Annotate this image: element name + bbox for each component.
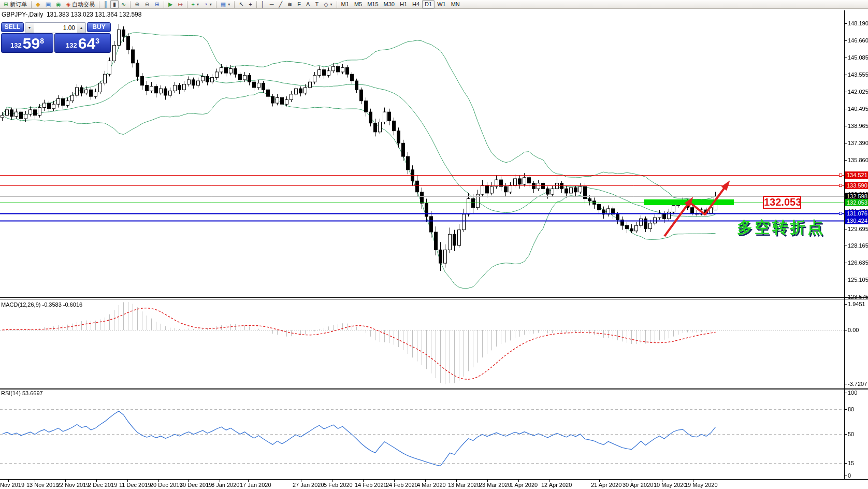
timeframe-w1[interactable]: W1 <box>435 0 449 9</box>
rsi-axis-tick: 15 <box>848 460 854 466</box>
signals-button[interactable]: ◉ <box>53 0 64 9</box>
publish-button[interactable]: ◆ <box>33 0 42 9</box>
price-axis-tick: 145.085 <box>848 54 868 61</box>
chart-symbol-period: GBPJPY-,Daily <box>2 11 43 18</box>
date-axis-label: 22 Nov 2019 <box>57 482 89 488</box>
templates-icon: ▦ <box>221 1 226 8</box>
auto-scroll-button[interactable]: ▶ <box>166 0 175 9</box>
signals-icon: ◉ <box>56 1 61 8</box>
date-axis-label: 12 Apr 2020 <box>541 482 572 488</box>
date-axis-label: 17 Jan 2020 <box>240 482 271 488</box>
bar-chart-button[interactable]: ║ <box>101 0 110 9</box>
chart-title: GBPJPY-,Daily 131.383 133.023 131.364 13… <box>2 11 141 18</box>
toolbar-separator <box>164 1 164 8</box>
price-axis-tick: 140.495 <box>848 106 868 112</box>
price-axis-tick: 125.105 <box>848 277 868 283</box>
price-annotation-box[interactable]: 132.053 <box>763 196 801 209</box>
sell-button[interactable]: SELL <box>1 22 24 32</box>
chart-shift-button[interactable]: ↦ <box>175 0 185 9</box>
new-order-button[interactable]: ⊞新订单 <box>1 0 30 9</box>
buy-price-panel[interactable]: 132643 <box>54 33 111 53</box>
timeframe-mn[interactable]: MN <box>449 0 462 9</box>
resistance-tag-2: 133.590 <box>845 182 868 189</box>
dropdown-arrow-icon: ▾ <box>210 2 212 7</box>
rsi-axis-tick: 80 <box>848 406 854 412</box>
zoom-in-button[interactable]: ⊕ <box>132 0 142 9</box>
date-axis-label: 4 Mar 2020 <box>417 482 446 488</box>
resistance-tag-1: 134.521 <box>845 171 868 179</box>
fibo-fan-button[interactable]: F <box>295 0 303 9</box>
volume-stepper: ▼ ▲ <box>25 22 86 33</box>
price-chart-canvas[interactable] <box>0 0 868 489</box>
cursor-button[interactable]: ↖ <box>236 0 246 9</box>
rsi-label: RSI(14) 53.6697 <box>1 390 43 396</box>
indicators-button[interactable]: +▾ <box>189 0 201 9</box>
vertical-line-button[interactable]: │ <box>258 0 267 9</box>
crosshair-button[interactable]: + <box>246 0 254 9</box>
buy-price-prefix: 132 <box>66 40 77 51</box>
volume-decrease-button[interactable]: ▼ <box>25 23 34 33</box>
toolbar-separator <box>234 1 235 8</box>
date-axis-label: 27 Jan 2020 <box>293 482 324 488</box>
buy-price-sup: 3 <box>95 37 99 45</box>
shapes-button[interactable]: ◇▾ <box>321 0 335 9</box>
toolbar-separator <box>99 1 99 8</box>
text-button[interactable]: A <box>303 0 312 9</box>
dropdown-arrow-icon: ▾ <box>228 2 230 7</box>
templates-button[interactable]: ▦▾ <box>218 0 233 9</box>
timeframe-d1[interactable]: D1 <box>422 0 435 9</box>
volume-input[interactable] <box>34 23 77 33</box>
toolbar-separator <box>256 1 257 8</box>
tile-windows-button[interactable]: ⊞ <box>152 0 162 9</box>
horizontal-line-icon: ─ <box>270 1 274 8</box>
periods-button[interactable]: ◔▾ <box>201 0 214 9</box>
price-axis-tick: 142.025 <box>848 89 868 95</box>
fibonacci-button[interactable]: ≋ <box>285 0 295 9</box>
candlestick-chart-button[interactable]: ▮ <box>110 0 119 9</box>
macd-label: MACD(12,26,9) -0.3583 -0.6016 <box>1 301 82 308</box>
market-watch-button[interactable]: ▣ <box>43 0 53 9</box>
volume-increase-button[interactable]: ▲ <box>77 23 85 33</box>
turning-point-annotation[interactable]: 多空转折点 <box>737 217 825 238</box>
timeframe-h4[interactable]: H4 <box>410 0 422 9</box>
fibonacci-icon: ≋ <box>287 1 292 8</box>
autotrading-icon: ◈ <box>66 1 70 8</box>
buy-price-main: 64 <box>78 36 95 51</box>
sell-price-prefix: 132 <box>10 40 22 51</box>
support-tag-1: 131.076 <box>845 210 868 217</box>
date-axis-label: 5 Feb 2020 <box>324 482 353 488</box>
date-axis-label: 11 Dec 2019 <box>119 482 151 488</box>
toolbar-separator <box>31 1 32 8</box>
timeframe-m15[interactable]: M15 <box>365 0 381 9</box>
text-label-button[interactable]: T <box>312 0 321 9</box>
toolbar-separator <box>337 1 337 8</box>
line-chart-button[interactable]: ∿ <box>119 0 128 9</box>
date-axis-label: 13 Nov 2019 <box>26 482 59 488</box>
autotrading-button[interactable]: ◈自动交易 <box>64 0 97 9</box>
timeframe-h1[interactable]: H1 <box>397 0 410 9</box>
date-axis-label: 14 Feb 2020 <box>355 482 387 488</box>
new-order-icon: ⊞ <box>4 1 8 8</box>
sell-price-main: 59 <box>23 36 40 51</box>
timeframe-m30[interactable]: M30 <box>381 0 397 9</box>
periods-icon: ◔ <box>204 1 208 8</box>
shapes-icon: ◇ <box>324 1 328 8</box>
toolbar-button-label: 自动交易 <box>72 1 95 8</box>
cursor-icon: ↖ <box>239 1 243 8</box>
buy-button[interactable]: BUY <box>87 22 111 32</box>
timeframe-m5[interactable]: M5 <box>352 0 365 9</box>
market-watch-icon: ▣ <box>46 1 51 8</box>
sell-price-panel[interactable]: 132598 <box>1 33 53 53</box>
trendline-button[interactable]: ╱ <box>276 0 285 9</box>
date-axis-label: 8 Jan 2020 <box>211 482 239 488</box>
publish-icon: ◆ <box>36 1 40 8</box>
date-axis-label: 21 Apr 2020 <box>591 482 621 488</box>
bar-chart-icon: ║ <box>104 1 108 8</box>
zoom-out-button[interactable]: ⊖ <box>142 0 152 9</box>
horizontal-line-button[interactable]: ─ <box>267 0 277 9</box>
macd-axis-tick: 0.00 <box>848 327 859 333</box>
timeframe-m1[interactable]: M1 <box>339 0 352 9</box>
macd-axis-tick: -3.7207 <box>848 381 867 387</box>
chart-ohlc-values: 131.383 133.023 131.364 132.598 <box>47 11 142 18</box>
vertical-line-icon: │ <box>261 1 265 8</box>
